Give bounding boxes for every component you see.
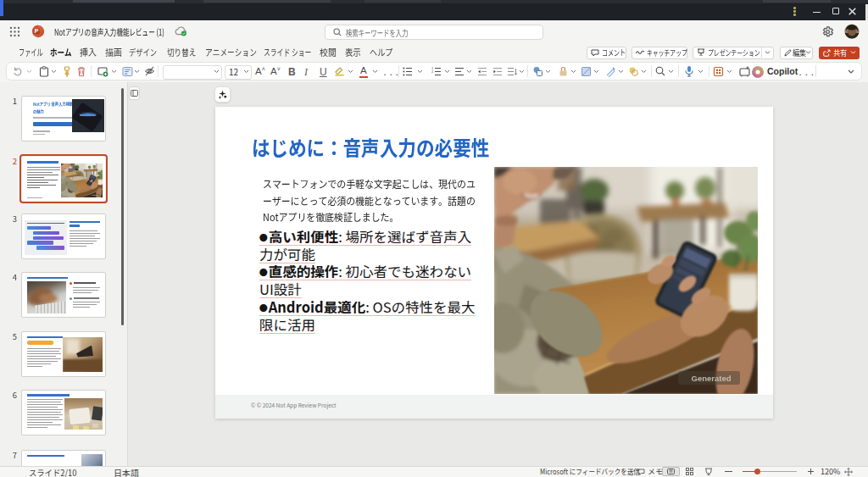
svg-text:P: P — [34, 27, 38, 35]
svg-text:2: 2 — [431, 69, 434, 74]
